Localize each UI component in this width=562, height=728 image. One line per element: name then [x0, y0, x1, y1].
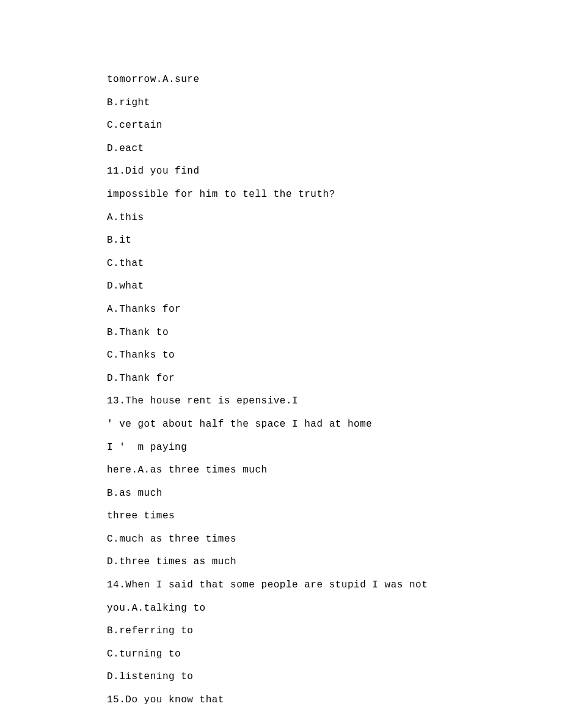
text-line: B.right [107, 92, 455, 115]
text-line: B.referring to [107, 620, 455, 643]
text-line: 15.Do you know that [107, 689, 455, 712]
text-line: C.certain [107, 114, 455, 138]
text-line: three times [107, 505, 455, 528]
text-line: D.three times as much [107, 551, 455, 574]
text-line: D.Thank for [107, 367, 455, 391]
text-line: D.listening to [107, 666, 455, 689]
text-line: tomorrow.A.sure [107, 68, 455, 92]
text-line: B.it [107, 229, 455, 252]
text-line: D.what [107, 275, 455, 298]
text-line: 11.Did you find [107, 160, 455, 183]
text-line: C.much as three times [107, 528, 455, 551]
text-line: B.Thank to [107, 322, 455, 345]
text-line: A.this [107, 207, 455, 230]
document-page: tomorrow.A.sure B.right C.certain D.eact… [0, 0, 562, 728]
text-line: 14.When I said that some people are stup… [107, 574, 455, 597]
text-line: I ' m paying [107, 436, 455, 460]
text-line: C.Thanks to [107, 344, 455, 367]
text-line: A.Thanks for [107, 298, 455, 322]
text-line: B.as much [107, 482, 455, 506]
text-line: you.A.talking to [107, 597, 455, 620]
text-line: C.that [107, 252, 455, 276]
text-line: 13.The house rent is epensive.I [107, 390, 455, 413]
text-line: C.turning to [107, 643, 455, 666]
text-line: impossible for him to tell the truth? [107, 183, 455, 207]
text-line: ' ve got about half the space I had at h… [107, 413, 455, 436]
text-line: D.eact [107, 138, 455, 161]
text-line: here.A.as three times much [107, 459, 455, 482]
document-body: tomorrow.A.sure B.right C.certain D.eact… [107, 68, 455, 712]
